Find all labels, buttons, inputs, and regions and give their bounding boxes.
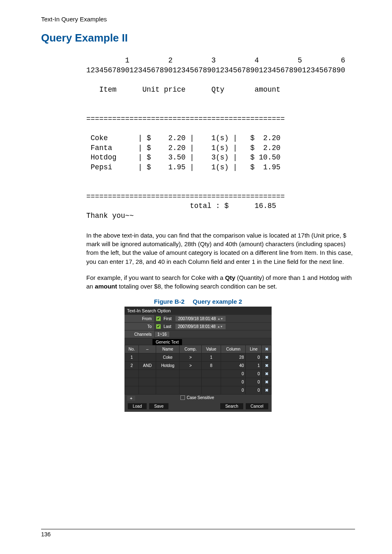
first-checkbox-label: First <box>162 316 173 321</box>
spinner-icon[interactable]: ▲▼ <box>217 318 223 320</box>
table-cell[interactable]: Coke <box>156 353 180 362</box>
case-sensitive-label: Case Sensitive <box>187 395 214 400</box>
figure-caption: Figure B-2Query example 2 <box>41 298 355 305</box>
search-button[interactable]: Search <box>220 403 243 409</box>
page-number: 136 <box>41 531 51 538</box>
p2-part-c: totaling over $8, the following search c… <box>117 283 277 290</box>
table-cell[interactable]: > <box>180 362 201 370</box>
dialog-title: Text-In Search Option <box>125 307 272 315</box>
figure-title: Query example 2 <box>193 298 242 305</box>
text-in-search-dialog: Text-In Search Option From ✔ First 2007/… <box>125 307 272 412</box>
channels-label: Channels <box>125 330 154 338</box>
from-label: From <box>125 315 154 322</box>
conditions-table: No.–NameComp.ValueColumnLine✖ 1Coke>1280… <box>125 345 272 395</box>
table-header: ✖ <box>262 345 272 353</box>
from-row: From ✔ First 2007/09/18 18:01:48▲▼ <box>125 315 272 323</box>
table-row[interactable]: 00✖ <box>125 386 272 395</box>
p2-part-a: For example, if you want to search for C… <box>86 274 225 281</box>
to-row: To ✔ Last 2007/09/18 18:01:48▲▼ <box>125 323 272 330</box>
table-cell[interactable]: 0 <box>221 370 246 378</box>
dialog-buttons: Load Save Search Cancel <box>125 401 272 410</box>
table-header: Comp. <box>180 345 201 353</box>
first-checkbox[interactable]: ✔ <box>156 316 161 321</box>
case-sensitive-checkbox[interactable] <box>180 395 185 400</box>
from-datetime[interactable]: 2007/09/18 18:01:48▲▼ <box>175 316 226 321</box>
table-header: Name <box>156 345 180 353</box>
table-cell[interactable]: 8 <box>201 362 221 370</box>
table-cell[interactable] <box>125 370 139 378</box>
table-cell[interactable] <box>180 378 201 386</box>
table-row[interactable]: 00✖ <box>125 378 272 386</box>
page-title: Query Example II <box>41 32 355 44</box>
table-cell[interactable] <box>125 386 139 395</box>
channels-field[interactable]: 1~16 <box>155 332 169 337</box>
table-cell[interactable]: 0 <box>221 378 246 386</box>
generic-text-tab[interactable]: Generic Text <box>152 339 182 345</box>
table-cell[interactable] <box>156 386 180 395</box>
page-footer: 136 <box>41 529 355 538</box>
table-header: Line <box>246 345 262 353</box>
table-row[interactable]: 1Coke>1280✖ <box>125 353 272 362</box>
table-cell[interactable]: 0 <box>246 353 262 362</box>
table-header: No. <box>125 345 139 353</box>
figure-label: Figure B-2 <box>154 298 184 305</box>
table-cell[interactable] <box>201 370 221 378</box>
last-checkbox[interactable]: ✔ <box>156 324 161 329</box>
load-button[interactable]: Load <box>128 403 147 409</box>
table-header: Column <box>221 345 246 353</box>
table-cell[interactable]: AND <box>139 362 156 370</box>
p2-bold-amount: amount <box>95 283 117 290</box>
case-sensitive-option[interactable]: Case Sensitive <box>180 395 214 400</box>
p2-bold-qty: Qty <box>225 274 235 281</box>
to-datetime[interactable]: 2007/09/18 18:01:48▲▼ <box>175 324 226 329</box>
table-header: – <box>139 345 156 353</box>
table-row[interactable]: 2ANDHotdog>8401✖ <box>125 362 272 370</box>
cancel-button[interactable]: Cancel <box>246 403 268 409</box>
table-row[interactable]: 00✖ <box>125 370 272 378</box>
table-cell[interactable]: 28 <box>221 353 246 362</box>
section-header: Text-In Query Examples <box>41 16 355 23</box>
table-cell[interactable] <box>139 353 156 362</box>
table-cell[interactable]: 0 <box>246 378 262 386</box>
table-cell[interactable] <box>139 386 156 395</box>
receipt-block: 1 2 3 4 5 6 1234567890123456789012345678… <box>86 56 355 221</box>
table-cell[interactable] <box>180 370 201 378</box>
table-cell[interactable]: 1 <box>246 362 262 370</box>
table-cell[interactable] <box>201 386 221 395</box>
last-checkbox-label: Last <box>162 324 173 329</box>
table-cell[interactable]: ✖ <box>262 362 272 370</box>
table-cell[interactable]: 40 <box>221 362 246 370</box>
table-cell[interactable] <box>125 378 139 386</box>
paragraph-2: For example, if you want to search for C… <box>86 273 355 291</box>
table-cell[interactable]: 1 <box>125 353 139 362</box>
channels-row: Channels 1~16 <box>125 330 272 338</box>
table-cell[interactable] <box>156 370 180 378</box>
table-cell[interactable] <box>180 386 201 395</box>
to-label: To <box>125 323 154 330</box>
table-header: Value <box>201 345 221 353</box>
table-cell[interactable]: ✖ <box>262 386 272 395</box>
table-cell[interactable]: ✖ <box>262 370 272 378</box>
spinner-icon[interactable]: ▲▼ <box>217 325 223 328</box>
table-cell[interactable]: ✖ <box>262 378 272 386</box>
save-button[interactable]: Save <box>149 403 168 409</box>
table-cell[interactable]: 1 <box>201 353 221 362</box>
table-cell[interactable] <box>139 378 156 386</box>
table-cell[interactable] <box>156 378 180 386</box>
table-cell[interactable]: Hotdog <box>156 362 180 370</box>
table-cell[interactable]: 2 <box>125 362 139 370</box>
table-cell[interactable]: 0 <box>246 386 262 395</box>
table-cell[interactable]: ✖ <box>262 353 272 362</box>
table-cell[interactable]: 0 <box>246 370 262 378</box>
table-cell[interactable] <box>139 370 156 378</box>
table-cell[interactable] <box>201 378 221 386</box>
table-cell[interactable]: > <box>180 353 201 362</box>
paragraph-1: In the above text-in data, you can find … <box>86 231 355 266</box>
table-cell[interactable]: 0 <box>221 386 246 395</box>
add-row-button[interactable]: + <box>127 396 135 401</box>
